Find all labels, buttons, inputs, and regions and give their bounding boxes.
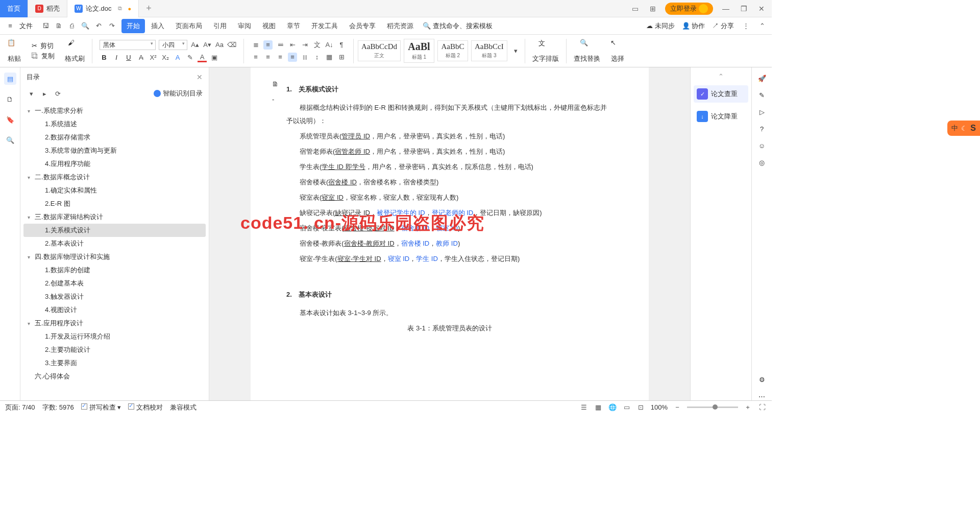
question-icon[interactable]: ?	[760, 125, 764, 133]
ribbon-tab-7[interactable]: 开发工具	[306, 19, 343, 33]
outline-item-8[interactable]: ▾三.数据库逻辑结构设计	[23, 210, 206, 224]
reading-view-icon[interactable]: ☰	[579, 403, 589, 412]
outline-item-16[interactable]: ▾五.应用程序设计	[23, 317, 206, 330]
save-icon[interactable]: 🖫	[41, 21, 50, 31]
apps-icon[interactable]: ⊞	[648, 5, 658, 13]
paste-button[interactable]: 📋粘贴	[4, 35, 24, 67]
ribbon-tab-0[interactable]: 开始	[121, 19, 145, 33]
hamburger-icon[interactable]: ≡	[5, 21, 15, 31]
outline-item-12[interactable]: 1.数据库的创建	[23, 264, 206, 277]
sort-icon[interactable]: A↓	[325, 40, 334, 50]
italic-icon[interactable]: I	[112, 53, 121, 62]
outline-item-0[interactable]: ▾一.系统需求分析	[23, 104, 206, 117]
proofing-toggle[interactable]: 文档校对	[128, 403, 163, 412]
print-icon[interactable]: ⎙	[67, 21, 77, 31]
outline-item-19[interactable]: 3.主要界面	[23, 356, 206, 370]
ribbon-tab-3[interactable]: 引用	[208, 19, 232, 33]
multilevel-icon[interactable]: ⩸	[276, 40, 285, 50]
style-3[interactable]: AaBbCcI标题 3	[471, 40, 507, 61]
tab-add[interactable]: +	[139, 3, 159, 14]
pencil-icon[interactable]: ✎	[759, 91, 765, 99]
redo-icon[interactable]: ↷	[107, 21, 116, 31]
spell-check-toggle[interactable]: 拼写检查 ▾	[81, 403, 121, 412]
share-button[interactable]: ↗ 分享	[712, 21, 734, 31]
change-case-icon[interactable]: Aa	[215, 40, 224, 50]
subscript-icon[interactable]: X₂	[161, 53, 170, 62]
paper-reduce-button[interactable]: ↓论文降重	[694, 108, 748, 125]
clear-format-icon[interactable]: ⌫	[227, 40, 236, 50]
cut-button[interactable]: ✂ 剪切	[32, 41, 54, 51]
numbering-icon[interactable]: ≡	[263, 40, 273, 50]
borders-icon[interactable]: ⊞	[337, 53, 346, 62]
outline-item-10[interactable]: 2.基本表设计	[23, 237, 206, 250]
ribbon-tab-4[interactable]: 审阅	[233, 19, 256, 33]
target-icon[interactable]: ◎	[759, 159, 765, 166]
chevron-up-icon[interactable]: ⌃	[757, 21, 767, 31]
font-name-select[interactable]: 黑体	[100, 40, 156, 50]
copy-button[interactable]: ⿻ 复制	[32, 52, 55, 61]
outline-item-20[interactable]: 六.心得体会	[23, 370, 206, 383]
file-menu[interactable]: 文件	[19, 21, 33, 31]
print-view-icon[interactable]: ▦	[594, 403, 603, 412]
outline-item-11[interactable]: ▾四.数据库物理设计和实施	[23, 250, 206, 264]
typeset-button[interactable]: 文文字排版	[529, 35, 562, 67]
triangle-icon[interactable]: ▷	[760, 108, 765, 116]
distribute-icon[interactable]: ⫼	[300, 53, 309, 62]
bookmark-rail-icon[interactable]: 🔖	[4, 113, 16, 126]
outdent-icon[interactable]: ⇤	[288, 40, 297, 50]
zoom-in-icon[interactable]: +	[743, 403, 752, 412]
select-button[interactable]: ↖选择	[607, 35, 628, 67]
strike-icon[interactable]: A̶	[136, 53, 145, 62]
tab-document[interactable]: W论文.doc⧉●	[67, 0, 139, 17]
style-1[interactable]: AaBl标题 1	[404, 39, 434, 63]
outline-item-13[interactable]: 2.创建基本表	[23, 277, 206, 290]
search-rail-icon[interactable]: 🔍	[4, 134, 16, 146]
ribbon-tab-2[interactable]: 页面布局	[170, 19, 207, 33]
paper-check-button[interactable]: ✓论文查重	[694, 85, 748, 103]
settings-rail-icon[interactable]: ⚙	[759, 376, 765, 384]
bold-icon[interactable]: B	[100, 53, 109, 62]
layout-icon[interactable]: ▭	[630, 5, 641, 13]
outline-item-5[interactable]: ▾二.数据库概念设计	[23, 171, 206, 184]
rocket-icon[interactable]: 🚀	[758, 75, 766, 82]
font-size-select[interactable]: 小四	[159, 40, 187, 50]
find-replace-button[interactable]: 🔍查找替换	[571, 35, 603, 67]
tab-docker[interactable]: D稻壳	[28, 0, 67, 17]
ribbon-tab-8[interactable]: 会员专享	[344, 19, 381, 33]
collab-button[interactable]: 👤 协作	[682, 21, 705, 31]
minimize-button[interactable]: —	[720, 5, 731, 13]
collapse-panel-icon[interactable]: ⌃	[694, 73, 748, 80]
shrink-font-icon[interactable]: A▾	[203, 40, 212, 50]
login-button[interactable]: 立即登录	[665, 3, 713, 15]
style-2[interactable]: AaBbC标题 2	[437, 40, 468, 61]
style-gallery[interactable]: AaBbCcDd正文AaBl标题 1AaBbC标题 2AaBbCcI标题 3	[358, 39, 507, 63]
more-icon[interactable]: ⋮	[741, 21, 750, 31]
align-justify-icon[interactable]: ≡	[288, 53, 297, 62]
emoji-icon[interactable]: ☺	[758, 142, 765, 150]
word-count[interactable]: 字数: 5976	[42, 403, 74, 412]
asian-layout-icon[interactable]: 文	[312, 40, 322, 50]
line-spacing-icon[interactable]: ↕	[312, 53, 322, 62]
outline-item-9[interactable]: 1.关系模式设计	[23, 224, 206, 237]
more-rail-icon[interactable]: ⋯	[758, 393, 765, 400]
outline-item-1[interactable]: 1.系统描述	[23, 117, 206, 131]
highlight-icon[interactable]: ✎	[185, 53, 194, 62]
zoom-slider[interactable]	[687, 407, 738, 408]
text-effects-icon[interactable]: A	[173, 53, 182, 62]
refresh-outline-icon[interactable]: ⟳	[53, 89, 62, 98]
outline-item-18[interactable]: 2.主要功能设计	[23, 343, 206, 356]
outline-item-17[interactable]: 1.开发及运行环境介绍	[23, 330, 206, 343]
zoom-out-icon[interactable]: −	[673, 403, 682, 412]
save-as-icon[interactable]: 🗎	[54, 21, 63, 31]
web-view-icon[interactable]: 🌐	[608, 403, 617, 412]
outline-item-3[interactable]: 3.系统常做的查询与更新	[23, 144, 206, 157]
bullets-icon[interactable]: ≣	[251, 40, 260, 50]
close-button[interactable]: ✕	[756, 5, 767, 13]
show-marks-icon[interactable]: ¶	[337, 40, 346, 50]
outline-item-2[interactable]: 2.数据存储需求	[23, 131, 206, 144]
indent-icon[interactable]: ⇥	[300, 40, 309, 50]
sync-status[interactable]: ☁ 未同步	[646, 21, 675, 31]
fit-page-icon[interactable]: ⛶	[757, 403, 767, 412]
superscript-icon[interactable]: X²	[149, 53, 158, 62]
maximize-button[interactable]: ❐	[739, 5, 749, 13]
